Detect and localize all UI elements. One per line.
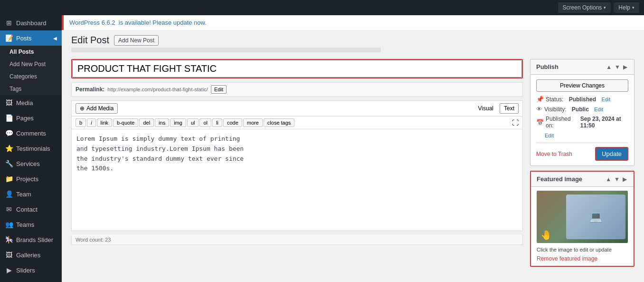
sidebar-item-posts[interactable]: 📝 Posts ◀ [0, 30, 62, 46]
status-label: Status: [546, 96, 563, 103]
visibility-edit-link[interactable]: Edit [594, 107, 603, 112]
toolbar-top: ⊕ Add Media Visual Text [72, 101, 522, 117]
screen-options-button[interactable]: Screen Options ▾ [558, 2, 611, 13]
collapse-down-button[interactable]: ▼ [614, 64, 621, 70]
sidebar-item-media[interactable]: 🖼 Media [0, 95, 62, 110]
sidebar-item-all-posts[interactable]: All Posts [0, 46, 62, 58]
visibility-icon: 👁 [536, 106, 542, 113]
update-button[interactable]: Update [595, 147, 628, 161]
status-edit-link[interactable]: Edit [601, 97, 610, 102]
sidebar-item-projects[interactable]: 📁 Projects [0, 171, 62, 186]
sidebar-item-comments[interactable]: 💬 Comments [0, 126, 62, 141]
ul-button[interactable]: ul [187, 118, 199, 127]
sidebar-item-galleries[interactable]: 🖼 Galleries [0, 247, 62, 263]
preview-changes-button[interactable]: Preview Changes [536, 79, 628, 92]
blockquote-button[interactable]: b-quote [113, 118, 138, 127]
publish-controls: ▲ ▼ ▶ [605, 64, 628, 70]
update-link[interactable]: is available! Please update now. [119, 19, 207, 26]
published-edit-link[interactable]: Edit [545, 133, 554, 138]
projects-icon: 📁 [5, 175, 13, 183]
update-notice: WordPress 6.6.2 is available! Please upd… [62, 15, 644, 30]
visibility-value: Public [572, 106, 589, 113]
visual-tab[interactable]: Visual [474, 103, 498, 114]
ol-button[interactable]: ol [199, 118, 211, 127]
post-content-editor[interactable]: Lorem Ipsum is simply dummy text of prin… [72, 129, 522, 229]
featured-image-thumbnail[interactable]: 💻 🤚 [537, 191, 628, 243]
collapse-up-button[interactable]: ▲ [605, 64, 613, 70]
li-button[interactable]: li [212, 118, 222, 127]
featured-image-body: 💻 🤚 Click the image to edit or update Re… [531, 187, 634, 266]
status-value: Published [569, 96, 596, 103]
testimonials-icon: ⭐ [5, 145, 13, 152]
sidebar-item-add-new[interactable]: Add New Post [0, 58, 62, 70]
word-count-bar: Word count: 23 [71, 235, 523, 245]
contact-icon: ✉ [5, 205, 13, 213]
posts-submenu: All Posts Add New Post Categories Tags [0, 46, 62, 95]
featured-image-header: Featured image ▲ ▼ ▶ [531, 172, 634, 187]
visibility-row: 👁 Visibility: Public Edit [536, 106, 628, 113]
format-buttons: b i link b-quote del ins img ul ol li co… [72, 117, 522, 129]
published-date: Sep 23, 2024 at 11:50 [580, 116, 628, 129]
publish-title: Publish [536, 63, 559, 70]
main-content: WordPress 6.6.2 is available! Please upd… [62, 15, 644, 282]
sidebar-item-pages[interactable]: 📄 Pages [0, 110, 62, 126]
sidebar-item-categories[interactable]: Categories [0, 70, 62, 83]
sidebar-item-dashboard[interactable]: ⊞ Dashboard [0, 15, 62, 30]
sidebar-item-teams[interactable]: 👥 Teams [0, 217, 62, 232]
ins-button[interactable]: ins [155, 118, 169, 127]
remove-featured-link[interactable]: Remove featured image [537, 255, 628, 262]
trash-link[interactable]: Move to Trash [536, 151, 572, 157]
sidebar-item-brands-slider[interactable]: 🎠 Brands Slider [0, 232, 62, 247]
sidebar-item-testimonials[interactable]: ⭐ Testimonials [0, 141, 62, 156]
loading-bar [71, 48, 381, 52]
img-button[interactable]: img [170, 118, 186, 127]
sliders-icon: ▶ [5, 266, 13, 274]
published-row: 📅 Published on: Sep 23, 2024 at 11:50 [536, 116, 628, 129]
dashboard-icon: ⊞ [5, 19, 13, 27]
italic-button[interactable]: i [87, 118, 95, 127]
code-button[interactable]: code [223, 118, 242, 127]
services-icon: 🔧 [5, 160, 13, 167]
text-tab[interactable]: Text [500, 103, 519, 114]
collapse-down-featured-button[interactable]: ▼ [613, 176, 621, 183]
editor-toolbar: ⊕ Add Media Visual Text b i link b-quote [71, 100, 523, 231]
fullscreen-button[interactable]: ⛶ [512, 118, 519, 127]
collapse-up-featured-button[interactable]: ▲ [605, 176, 612, 183]
close-publish-button[interactable]: ▶ [622, 64, 628, 70]
bold-button[interactable]: b [76, 118, 86, 127]
add-media-button[interactable]: ⊕ Add Media [76, 103, 118, 114]
sidebar-item-sliders[interactable]: ▶ Sliders [0, 263, 62, 278]
sidebar-item-tags[interactable]: Tags [0, 83, 62, 95]
sidebar-item-woocommerce[interactable]: 🛒 WooCommerce [0, 278, 62, 282]
permalink-edit-button[interactable]: Edit [211, 85, 227, 94]
sidebar-item-services[interactable]: 🔧 Services [0, 156, 62, 171]
editor-tabs: Visual Text [474, 103, 519, 114]
del-button[interactable]: del [139, 118, 154, 127]
sidebar-item-team[interactable]: 👤 Team [0, 186, 62, 202]
post-title-input[interactable] [72, 60, 522, 78]
brands-slider-icon: 🎠 [5, 236, 13, 243]
laptop-icon: 💻 [589, 211, 602, 223]
sidebar-item-contact[interactable]: ✉ Contact [0, 202, 62, 217]
close-featured-button[interactable]: ▶ [622, 176, 628, 183]
sidebar: ⊞ Dashboard 📝 Posts ◀ All Posts Add New … [0, 15, 62, 282]
featured-image-controls: ▲ ▼ ▶ [605, 176, 628, 183]
publish-actions: Move to Trash Update [536, 143, 628, 161]
publish-box-header: Publish ▲ ▼ ▶ [530, 59, 634, 75]
chevron-down-icon: ▾ [632, 5, 635, 10]
permalink-url: http://example.com/product-that-fight-st… [107, 87, 208, 92]
close-tags-button[interactable]: close tags [264, 118, 295, 127]
version-link[interactable]: WordPress 6.6.2 [69, 19, 115, 26]
more-button[interactable]: more [243, 118, 263, 127]
link-button[interactable]: link [97, 118, 113, 127]
publish-box: Publish ▲ ▼ ▶ Preview Changes 📌 Status: [530, 59, 635, 166]
pages-icon: 📄 [5, 114, 13, 122]
published-label: Published on: [546, 116, 575, 129]
comments-icon: 💬 [5, 129, 13, 137]
calendar-icon: 📅 [536, 119, 544, 126]
featured-caption: Click the image to edit or update [537, 247, 628, 253]
help-button[interactable]: Help ▾ [614, 2, 639, 13]
media-icon: 🖼 [5, 99, 13, 107]
page-header: Edit Post Add New Post [62, 30, 644, 46]
add-new-post-button[interactable]: Add New Post [114, 35, 159, 46]
